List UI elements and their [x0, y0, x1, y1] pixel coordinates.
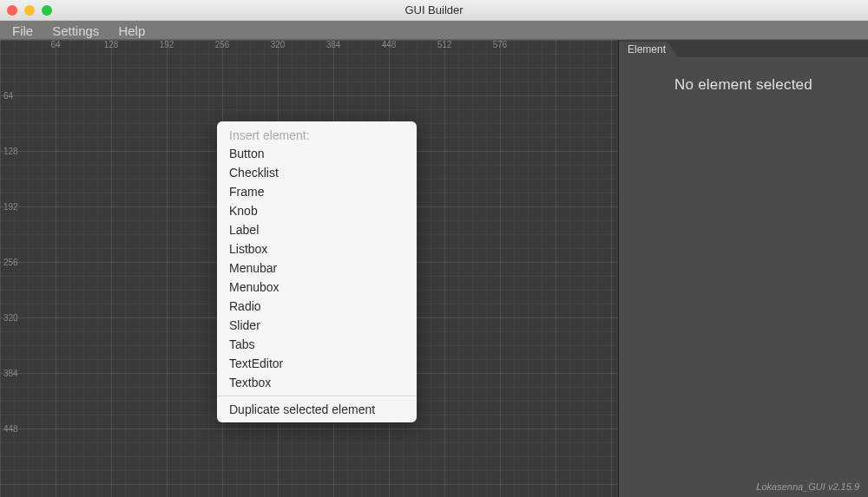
- ruler-x-tick: 576: [493, 40, 508, 49]
- cm-item-menubox[interactable]: Menubox: [217, 278, 417, 297]
- ruler-y-tick: 256: [3, 258, 18, 267]
- cm-item-checklist[interactable]: Checklist: [217, 163, 417, 182]
- cm-item-texteditor[interactable]: TextEditor: [217, 354, 417, 373]
- version-label: Lokasenna_GUI v2.15.9: [756, 481, 859, 492]
- canvas[interactable]: 64 128 192 256 320 384 448 512 576 64 12…: [0, 40, 618, 497]
- ruler-x-tick: 320: [271, 40, 286, 49]
- minimize-icon[interactable]: [24, 5, 35, 16]
- cm-item-duplicate[interactable]: Duplicate selected element: [217, 400, 417, 419]
- ruler-y: 64 128 192 256 320 384 448: [0, 40, 21, 497]
- cm-item-textbox[interactable]: Textbox: [217, 373, 417, 392]
- cm-item-menubar[interactable]: Menubar: [217, 258, 417, 278]
- cm-item-knob[interactable]: Knob: [217, 201, 417, 220]
- ruler-y-tick: 192: [3, 202, 18, 212]
- ruler-y-tick: 64: [3, 91, 13, 101]
- main-area: 64 128 192 256 320 384 448 512 576 64 12…: [0, 40, 868, 497]
- ruler-y-tick: 128: [3, 147, 18, 156]
- cm-item-frame[interactable]: Frame: [217, 182, 417, 201]
- ruler-x: 64 128 192 256 320 384 448 512 576: [0, 40, 618, 52]
- ruler-x-tick: 192: [160, 40, 174, 49]
- ruler-x-tick: 512: [437, 40, 452, 49]
- sidebar: Element No element selected Lokasenna_GU…: [618, 40, 868, 497]
- ruler-x-tick: 384: [326, 40, 341, 49]
- context-menu: Insert element: Button Checklist Frame K…: [217, 121, 417, 422]
- sidebar-tabs: Element: [619, 40, 868, 57]
- context-menu-header: Insert element:: [217, 125, 417, 144]
- cm-item-label[interactable]: Label: [217, 220, 417, 239]
- tab-element[interactable]: Element: [619, 42, 678, 57]
- titlebar: GUI Builder: [0, 0, 868, 21]
- menubar: File Settings Help: [0, 21, 868, 40]
- ruler-x-tick: 128: [104, 40, 119, 49]
- window-title: GUI Builder: [0, 3, 868, 16]
- ruler-x-tick: 448: [382, 40, 397, 49]
- ruler-x-tick: 256: [215, 40, 230, 49]
- sidebar-body: No element selected Lokasenna_GUI v2.15.…: [619, 57, 868, 497]
- ruler-y-tick: 448: [3, 424, 18, 434]
- close-icon[interactable]: [7, 5, 17, 16]
- cm-item-tabs[interactable]: Tabs: [217, 335, 417, 354]
- window-controls: [0, 5, 52, 16]
- cm-item-radio[interactable]: Radio: [217, 297, 417, 316]
- menu-file[interactable]: File: [3, 22, 42, 40]
- ruler-y-tick: 384: [3, 369, 18, 378]
- no-element-selected: No element selected: [619, 76, 868, 94]
- cm-item-listbox[interactable]: Listbox: [217, 239, 417, 258]
- ruler-y-tick: 320: [3, 313, 18, 323]
- cm-item-button[interactable]: Button: [217, 144, 417, 163]
- menu-help[interactable]: Help: [109, 22, 154, 40]
- context-menu-separator: [217, 396, 417, 396]
- ruler-x-tick: 64: [50, 40, 60, 49]
- zoom-icon[interactable]: [42, 5, 52, 16]
- cm-item-slider[interactable]: Slider: [217, 316, 417, 335]
- menu-settings[interactable]: Settings: [43, 22, 108, 40]
